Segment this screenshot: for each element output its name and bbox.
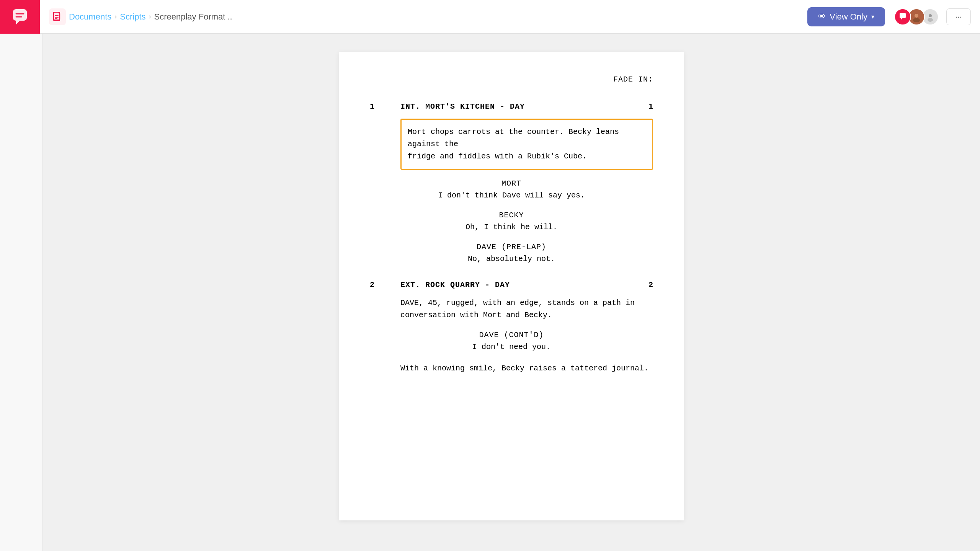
breadcrumb-sep-1: › (114, 13, 117, 21)
user-avatar-img (911, 12, 921, 22)
scene-2-block: 2 EXT. ROCK QUARRY - DAY 2 DAVE, 45, rug… (370, 280, 653, 375)
dialogue-mort-text: I don't think Dave will say yes. (370, 189, 653, 202)
breadcrumb-scripts[interactable]: Scripts (120, 12, 145, 22)
scene-2-heading-row: 2 EXT. ROCK QUARRY - DAY 2 (370, 280, 653, 289)
svg-point-8 (915, 14, 918, 18)
sidebar (0, 34, 43, 551)
character-dave-prelap: DAVE (PRE-LAP) (370, 243, 653, 251)
scene-1-block: 1 INT. MORT'S KITCHEN - DAY 1 Mort chops… (370, 102, 653, 265)
chevron-down-icon: ▾ (871, 13, 874, 20)
dialogue-dave-contd-text: I don't need you. (370, 341, 653, 353)
more-options-button[interactable]: ··· (946, 8, 971, 25)
character-dave-contd: DAVE (CONT'D) (370, 331, 653, 339)
svg-point-11 (929, 14, 932, 17)
scene-2-heading: EXT. ROCK QUARRY - DAY (382, 280, 641, 289)
avatar-group (894, 8, 939, 25)
svg-point-12 (928, 18, 933, 22)
people-icon (925, 12, 935, 22)
character-mort: MORT (370, 179, 653, 188)
breadcrumb-documents[interactable]: Documents (69, 12, 111, 22)
eye-icon: 👁 (818, 12, 826, 21)
breadcrumb-sep-2: › (149, 13, 151, 21)
chat-icon (898, 12, 907, 21)
dialogue-dave-prelap: DAVE (PRE-LAP) No, absolutely not. (370, 243, 653, 265)
doc-icon (52, 11, 63, 22)
topbar-right: ··· (894, 8, 980, 25)
topbar: Documents › Scripts › Screenplay Format … (0, 0, 980, 34)
view-only-button[interactable]: 👁 View Only ▾ (807, 7, 885, 26)
logo-icon (9, 6, 31, 28)
dialogue-dave-contd: DAVE (CONT'D) I don't need you. (370, 331, 653, 353)
scene-1-action-highlighted: Mort chops carrots at the counter. Becky… (400, 119, 653, 170)
scene-2-action: DAVE, 45, rugged, with an edge, stands o… (370, 297, 653, 321)
dialogue-becky: BECKY Oh, I think he will. (370, 211, 653, 233)
breadcrumb-current: Screenplay Format .. (154, 12, 232, 22)
app-logo (0, 0, 40, 34)
main-content: FADE IN: 1 INT. MORT'S KITCHEN - DAY 1 M… (43, 34, 980, 551)
scene-2-number-left: 2 (370, 280, 382, 289)
breadcrumb: Documents › Scripts › Screenplay Format … (69, 12, 798, 22)
fade-in: FADE IN: (370, 75, 653, 84)
scene-2-number-right: 2 (641, 280, 653, 289)
topbar-left: Documents › Scripts › Screenplay Format … (40, 7, 894, 26)
dialogue-mort: MORT I don't think Dave will say yes. (370, 179, 653, 202)
scene-2-action-last: With a knowing smile, Becky raises a tat… (370, 362, 653, 375)
view-only-label: View Only (830, 12, 867, 22)
scene-1-number-left: 1 (370, 102, 382, 111)
scene-1-heading-row: 1 INT. MORT'S KITCHEN - DAY 1 (370, 102, 653, 111)
dialogue-dave-prelap-text: No, absolutely not. (370, 253, 653, 265)
document-icon-button[interactable] (49, 8, 66, 25)
scene-1-heading: INT. MORT'S KITCHEN - DAY (382, 102, 641, 111)
scene-1-number-right: 1 (641, 102, 653, 111)
dialogue-becky-text: Oh, I think he will. (370, 221, 653, 233)
screenplay-page: FADE IN: 1 INT. MORT'S KITCHEN - DAY 1 M… (339, 52, 684, 520)
character-becky: BECKY (370, 211, 653, 220)
avatar-chat (894, 8, 911, 25)
